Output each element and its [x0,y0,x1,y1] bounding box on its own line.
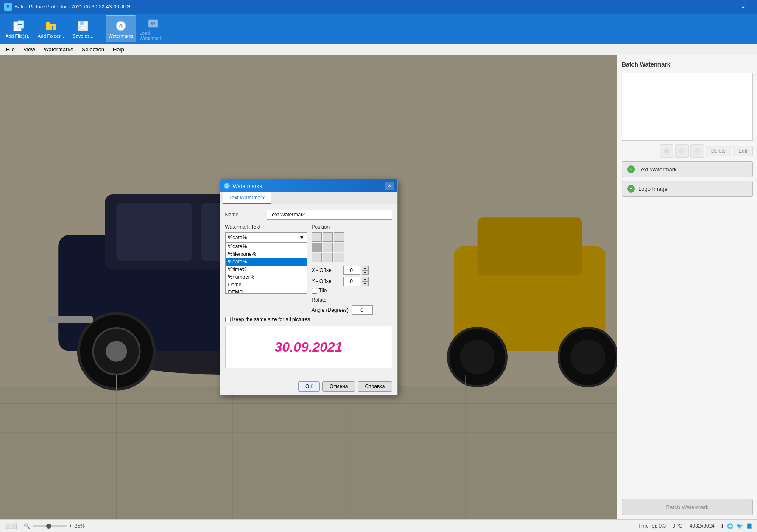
x-offset-label: X - Offset [312,267,341,273]
keep-size-checkbox[interactable] [225,317,231,322]
zoom-out-icon[interactable]: 🔍 [24,523,30,529]
menu-file[interactable]: File [2,45,19,53]
panel-icon-btn-1: ⊘ [660,144,673,158]
dropdown-option-1[interactable]: %date% [226,243,307,250]
menu-selection[interactable]: Selection [77,45,108,53]
dropdown-option-4[interactable]: %time% [226,266,307,273]
add-files-icon [12,19,25,33]
zoom-slider[interactable] [33,525,67,527]
dialog-icon: © [223,182,230,189]
zoom-in-icon[interactable]: + [69,523,72,529]
pos-top-center[interactable] [323,232,333,242]
status-icons: ℹ 🌐 🐦 📘 [721,523,753,529]
svg-text:W: W [151,21,156,26]
tab-text-watermark[interactable]: Text Watermark [223,192,271,204]
watermarks-label: Watermarks [109,34,134,39]
position-label: Position [312,224,392,230]
zoom-area: 🔍 + 35% [24,523,85,529]
logo-image-panel-button[interactable]: + Logo Image [622,181,753,197]
text-watermark-panel-button[interactable]: + Text Watermark [622,161,753,177]
pos-mid-right[interactable] [334,243,344,252]
dialog-footer: OK Отмена Справка [220,378,397,395]
add-files-button[interactable]: Add File(s)... [3,15,34,42]
dropdown-option-7[interactable]: DEMO [226,288,307,294]
time-label: Time (s): 0.3 [637,523,666,529]
page-icons: ⬜⬜ [4,523,17,529]
menu-help[interactable]: Help [109,45,128,53]
batch-watermark-button[interactable]: Batch Watermark [622,499,753,515]
pos-top-right[interactable] [334,232,344,242]
zoom-thumb[interactable] [46,524,51,529]
angle-input[interactable] [352,305,373,315]
name-input[interactable] [267,210,392,220]
y-offset-down[interactable]: ▼ [362,281,369,286]
keep-size-label: Keep the same size for all pictures [232,316,310,322]
minimize-button[interactable]: ─ [694,0,714,14]
dialog-two-col: Watermark Text %date% ▼ [225,224,392,316]
dropdown-option-3[interactable]: %date% [226,258,307,266]
maximize-button[interactable]: □ [714,0,733,14]
dropdown-list: %date% %filename% %date% %time% %number%… [225,243,307,294]
save-as-label: Save as... [73,34,94,39]
position-grid [312,232,392,262]
load-watermark-button[interactable]: W Load Watermark [138,15,168,42]
resolution-label: 4032x3024 [690,523,715,529]
dialog-tab-bar: Text Watermark [220,192,397,204]
y-offset-label: Y - Offset [312,278,341,284]
pos-bot-left[interactable] [312,253,322,262]
dropdown-option-6[interactable]: Demo [226,281,307,288]
dropdown-option-5[interactable]: %number% [226,273,307,281]
social-icon-2: 📘 [746,523,753,529]
cancel-button[interactable]: Отмена [322,381,355,392]
tile-checkbox[interactable] [312,288,317,294]
x-offset-down[interactable]: ▼ [362,270,369,275]
pos-mid-center[interactable] [323,243,333,252]
y-offset-spinner: ▲ ▼ [362,277,369,286]
pos-top-left[interactable] [312,232,322,242]
x-offset-up[interactable]: ▲ [362,266,369,270]
svg-rect-7 [80,21,84,25]
save-as-button[interactable]: Save as... [68,15,98,42]
dropdown-selected-value[interactable]: %date% ▼ [225,232,307,243]
batch-preview-box [622,73,753,141]
x-offset-input[interactable] [343,266,360,275]
pos-bot-center[interactable] [323,253,333,262]
menu-bar: File View Watermarks Selection Help [0,44,757,55]
ok-button[interactable]: OK [298,381,320,392]
x-offset-row: X - Offset ▲ ▼ [312,266,392,275]
toolbar-separator-1 [102,18,102,39]
help-button[interactable]: Справка [358,381,392,392]
dialog-close-button[interactable]: ✕ [385,182,394,190]
rotate-section: Rotate Angle (Degrees) [312,297,392,315]
dialog-title-bar: © Watermarks ✕ [220,179,397,192]
svg-rect-9 [81,27,86,29]
svg-point-47 [694,148,700,154]
edit-button: Edit [733,146,753,156]
watermarks-button[interactable]: © Watermarks [106,15,136,42]
watermarks-icon: © [114,19,128,33]
y-offset-input[interactable] [343,277,360,286]
pos-bot-right[interactable] [334,253,344,262]
keep-size-row: Keep the same size for all pictures [225,316,392,322]
close-button[interactable]: ✕ [733,0,753,14]
title-bar-left: B Batch Picture Protector - 2021-06-30 2… [4,3,130,11]
add-files-label: Add File(s)... [6,34,32,39]
svg-text:©: © [119,23,123,29]
share-icon: 🌐 [727,523,733,529]
menu-view[interactable]: View [19,45,39,53]
y-offset-up[interactable]: ▲ [362,277,369,281]
y-offset-row: Y - Offset ▲ ▼ [312,277,392,286]
pos-mid-left[interactable] [312,243,322,252]
watermark-text-dropdown[interactable]: %date% ▼ %date% %filename% %date% %time% [225,232,307,243]
load-watermark-label: Load Watermark [140,31,167,41]
text-watermark-button-label: Text Watermark [638,166,677,173]
panel-icon-btn-2 [675,144,689,158]
zoom-percent: 35% [75,523,85,529]
menu-watermarks[interactable]: Watermarks [39,45,78,53]
angle-row: Angle (Degrees) [312,305,392,315]
tile-row: Tile [312,288,392,294]
dropdown-option-2[interactable]: %filename% [226,250,307,258]
toolbar: Add File(s)... Add Folder... Save as... [0,14,757,44]
tile-label: Tile [319,288,327,294]
add-folder-button[interactable]: Add Folder... [36,15,66,42]
